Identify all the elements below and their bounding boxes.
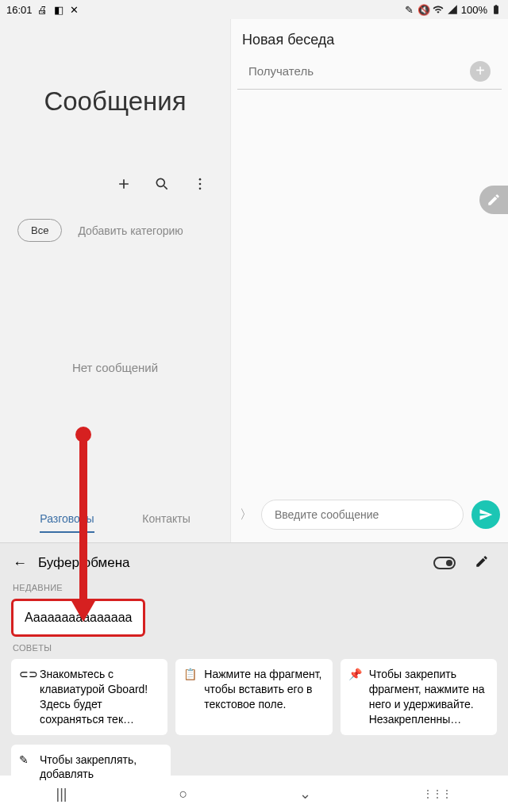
add-recipient-button[interactable]: + — [470, 61, 491, 82]
tip-card[interactable]: 📋 Нажмите на фрагмент, чтобы вставить ег… — [175, 659, 332, 735]
svg-point-4 — [199, 188, 202, 190]
clipboard-panel: ← Буфер обмена НЕДАВНИЕ Ааааааааааааааа … — [0, 542, 508, 776]
send-button[interactable] — [471, 500, 500, 529]
left-pane: Сообщения Все Добавить категорию Нет соо… — [0, 19, 230, 542]
tip-text: Нажмите на фрагмент, чтобы вставить его … — [204, 667, 324, 727]
more-icon[interactable] — [192, 176, 208, 192]
tip-text: Чтобы закреплять, добавлять — [40, 753, 163, 783]
tip-text: Знакомьтесь с клавиатурой Gboard! Здесь … — [40, 667, 160, 727]
section-tips: СОВЕТЫ — [6, 640, 502, 656]
svg-point-0 — [156, 178, 164, 186]
pen-icon: ✎ — [404, 4, 415, 15]
status-bar: 16:01 🖨 ◧ ✕ ✎ 🔇 100% — [0, 0, 508, 19]
home-icon[interactable]: ○ — [179, 786, 188, 802]
fab-compose[interactable] — [479, 186, 508, 214]
recent-apps-icon[interactable]: ||| — [56, 786, 67, 802]
tab-contacts[interactable]: Контакты — [142, 506, 190, 533]
clipboard-toggle[interactable] — [433, 557, 456, 569]
back-nav-icon[interactable]: ⌄ — [299, 785, 311, 802]
expand-icon[interactable]: 〉 — [239, 507, 253, 523]
svg-point-3 — [199, 183, 202, 186]
app-icon: ◧ — [53, 4, 64, 15]
tip-card[interactable]: ⊂⊃ Знакомьтесь с клавиатурой Gboard! Зде… — [11, 659, 167, 735]
search-icon[interactable] — [154, 176, 170, 192]
empty-state: Нет сообщений — [0, 361, 230, 374]
svg-line-1 — [164, 186, 167, 190]
section-recent: НЕДАВНИЕ — [6, 580, 502, 596]
clipboard-title: Буфер обмена — [38, 555, 130, 571]
right-pane: Новая беседа + 〉 — [230, 19, 508, 542]
svg-point-2 — [199, 178, 202, 181]
signal-icon — [447, 4, 458, 15]
app-title: Сообщения — [0, 86, 230, 117]
tip-card[interactable]: 📌 Чтобы закрепить фрагмент, нажмите на н… — [341, 659, 497, 735]
mute-icon: 🔇 — [418, 4, 429, 15]
tools-icon: ✕ — [69, 4, 80, 15]
battery-icon — [491, 4, 502, 15]
compose-icon[interactable] — [116, 176, 132, 192]
recent-clip-item[interactable]: Ааааааааааааааа — [11, 599, 145, 637]
gboard-icon: ⊂⊃ — [19, 667, 33, 727]
status-time: 16:01 — [6, 4, 33, 16]
clipboard-icon: 📋 — [183, 667, 198, 727]
back-icon[interactable]: ← — [13, 555, 27, 572]
tip-text: Чтобы закрепить фрагмент, нажмите на нег… — [369, 667, 489, 727]
tab-conversations[interactable]: Разговоры — [40, 506, 94, 533]
chip-all[interactable]: Все — [17, 219, 62, 242]
battery-pct: 100% — [461, 4, 487, 16]
wifi-icon — [433, 4, 444, 15]
pencil-icon: ✎ — [19, 753, 33, 783]
keyboard-icon[interactable]: ⋮⋮⋮ — [423, 788, 452, 799]
recipient-input[interactable] — [248, 58, 470, 84]
print-icon: 🖨 — [37, 4, 48, 15]
conversation-title: Новая беседа — [231, 19, 508, 53]
message-input[interactable] — [261, 500, 464, 530]
pin-icon: 📌 — [348, 667, 363, 727]
add-category-link[interactable]: Добавить категорию — [78, 224, 183, 237]
edit-icon[interactable] — [475, 554, 489, 572]
